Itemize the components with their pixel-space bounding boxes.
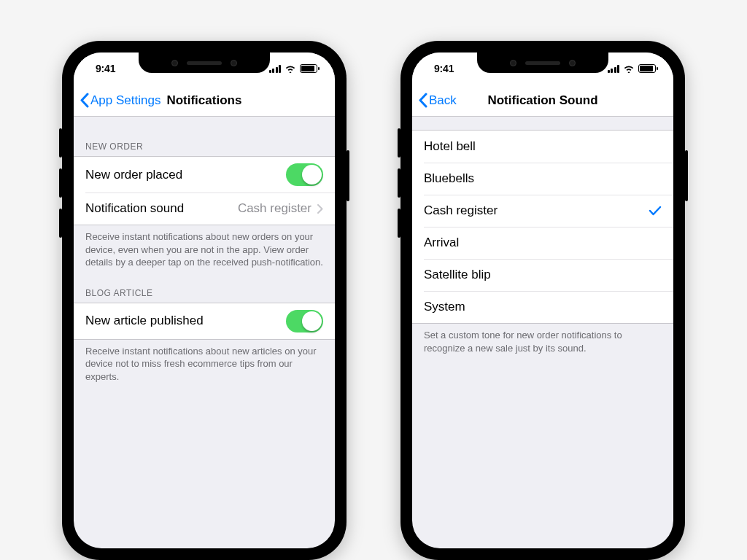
row-label: Notification sound [85, 201, 238, 216]
nav-back-label: Back [429, 93, 457, 108]
cellular-icon [608, 65, 620, 73]
phone-frame-right: 9:41 Back Notification Sound Hotel bellB… [400, 41, 685, 560]
nav-title: Notifications [166, 93, 241, 108]
sound-option[interactable]: Cash register [412, 195, 673, 227]
sound-option-label: System [424, 300, 662, 314]
chevron-left-icon [418, 93, 427, 108]
screen-notifications: 9:41 App Settings Notifications NEW ORDE… [74, 52, 335, 548]
nav-bar: Back Notification Sound [412, 85, 673, 117]
battery-icon [300, 64, 317, 73]
section-footer-new-order: Receive instant notifications about new … [74, 225, 335, 276]
section-footer-sound: Set a custom tone for new order notifica… [412, 324, 673, 362]
toggle-new-article[interactable] [286, 310, 323, 332]
sound-option[interactable]: Satellite blip [412, 259, 673, 291]
row-new-order-placed[interactable]: New order placed [74, 157, 335, 192]
sound-option[interactable]: System [412, 291, 673, 323]
content-notifications: NEW ORDER New order placed Notification … [74, 117, 335, 390]
content-sound-options: Hotel bellBluebellsCash registerArrivalS… [412, 117, 673, 362]
wifi-icon [285, 64, 296, 73]
section-footer-blog: Receive instant notifications about new … [74, 340, 335, 391]
phone-frame-left: 9:41 App Settings Notifications NEW ORDE… [62, 41, 347, 560]
nav-back-label: App Settings [90, 93, 160, 108]
battery-icon [638, 64, 656, 73]
notch [139, 52, 270, 73]
row-label: New order placed [85, 168, 286, 182]
row-new-article[interactable]: New article published [74, 303, 335, 339]
chevron-right-icon [317, 204, 323, 214]
group-new-order: New order placed Notification sound Cash… [74, 156, 335, 225]
row-label: New article published [85, 314, 286, 328]
group-blog: New article published [74, 303, 335, 340]
sound-option-label: Bluebells [424, 171, 662, 186]
row-value: Cash register [238, 201, 311, 216]
checkmark-icon [649, 206, 662, 216]
sound-option-label: Arrival [424, 236, 662, 250]
screen-notification-sound: 9:41 Back Notification Sound Hotel bellB… [412, 52, 673, 548]
toggle-new-order[interactable] [286, 163, 323, 186]
status-time: 9:41 [434, 63, 454, 74]
nav-bar: App Settings Notifications [74, 85, 335, 117]
sound-option[interactable]: Bluebells [412, 163, 673, 195]
section-header-new-order: NEW ORDER [74, 136, 335, 156]
sound-option-label: Cash register [424, 203, 649, 218]
chevron-left-icon [80, 93, 89, 108]
sound-option-label: Satellite blip [424, 268, 662, 282]
cellular-icon [269, 65, 282, 73]
sound-option-label: Hotel bell [424, 139, 662, 154]
status-time: 9:41 [96, 63, 115, 74]
sound-option[interactable]: Arrival [412, 227, 673, 259]
wifi-icon [623, 64, 635, 73]
nav-back-button[interactable]: Back [418, 93, 457, 108]
notch [477, 52, 608, 73]
row-notification-sound[interactable]: Notification sound Cash register [74, 192, 335, 225]
group-sound-options: Hotel bellBluebellsCash registerArrivalS… [412, 130, 673, 324]
section-header-blog: BLOG ARTICLE [74, 276, 335, 303]
sound-option[interactable]: Hotel bell [412, 131, 673, 163]
nav-back-button[interactable]: App Settings [80, 93, 160, 108]
